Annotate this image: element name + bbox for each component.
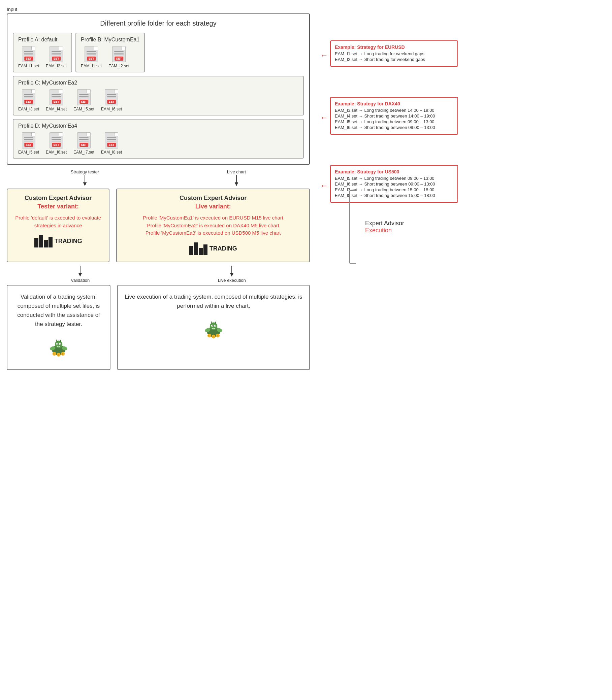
- live-trading-text: TRADING: [209, 245, 237, 252]
- svg-marker-8: [79, 273, 82, 277]
- dax40-line-4: EAM_I6.set → Short trading between 09:00…: [335, 125, 453, 130]
- tester-ea-title: Custom Expert Advisor: [13, 195, 103, 202]
- live-ea-variant: Live variant:: [122, 203, 304, 210]
- tester-ea-box: Custom Expert Advisor Tester variant: Pr…: [7, 188, 110, 262]
- svg-marker-14: [60, 339, 61, 342]
- eurusd-line-1: EAM_I1.set → Long trading for weekend ga…: [335, 51, 453, 56]
- tester-ea-logo: TRADING: [13, 235, 103, 249]
- right-examples: ← Example: Strategy for EURUSD EAM_I1.se…: [320, 13, 458, 206]
- live-ea-line2: Profile 'MyCustomEa2' is executed on DAX…: [147, 223, 279, 228]
- ea-execution-area: Expert Advisor Execution: [349, 188, 404, 266]
- dax40-line-3: EAM_I5.set → Long trading between 09:00 …: [335, 119, 453, 124]
- us500-title: Example: Strategy for US500: [335, 169, 453, 174]
- tester-ea-text: Profile 'default' is executed to evaluat…: [13, 214, 103, 229]
- profile-b-box: Profile B: MyCustomEa1 SET: [75, 33, 145, 72]
- arrow-left-us500: ←: [320, 181, 328, 190]
- connector-validation: Validation: [71, 266, 89, 283]
- validation-text: Validation of a trading system, composed…: [14, 292, 103, 329]
- dax40-example-row: ← Example: Strategy for DAX40 EAM_I3.set…: [320, 97, 458, 138]
- us500-line-2: EAM_I6.set → Short trading between 09:00…: [335, 181, 453, 186]
- file-label: EAM_I8.set: [101, 150, 122, 155]
- tester-trading-text: TRADING: [55, 238, 82, 245]
- eurusd-example-row: ← Example: Strategy for EURUSD EAM_I1.se…: [320, 40, 458, 70]
- profile-c-title: Profile C: MyCustomEa2: [18, 80, 298, 86]
- svg-marker-3: [235, 182, 238, 186]
- svg-point-33: [212, 325, 213, 326]
- live-ea-title: Custom Expert Advisor: [122, 195, 304, 202]
- live-execution-icon: $ $ $: [125, 317, 303, 345]
- input-label: Input: [7, 7, 605, 12]
- file-label: EAM_I5.set: [73, 107, 94, 111]
- svg-marker-30: [214, 321, 217, 324]
- file-item-eam-i5-d: SET EAM_I5.set: [18, 132, 39, 155]
- file-label: EAM_I6.set: [101, 107, 122, 111]
- us500-line-1: EAM_I5.set → Long trading between 09:00 …: [335, 176, 453, 181]
- connector-live-chart: Live chart: [227, 169, 246, 187]
- file-label: EAM_I2.set: [46, 64, 67, 68]
- live-chart-label: Live chart: [227, 169, 246, 174]
- svg-point-34: [215, 325, 216, 326]
- file-item-eam-i6-c: SET EAM_I6.set: [101, 89, 122, 111]
- validation-box: Validation of a trading system, composed…: [7, 285, 110, 370]
- strategy-tester-label: Strategy tester: [71, 169, 99, 174]
- ea-execution-bracket-svg: [349, 190, 362, 264]
- main-input-title: Different profile folder for each strate…: [13, 19, 304, 27]
- profile-a-title: Profile A: default: [18, 37, 67, 43]
- profile-c-box: Profile C: MyCustomEa2 SET: [13, 76, 304, 115]
- svg-point-18: [60, 344, 61, 345]
- profile-b-title: Profile B: MyCustomEa1: [81, 37, 139, 43]
- file-item-eam-i7-d: SET EAM_I7.set: [73, 132, 94, 155]
- connector-strategy-tester: Strategy tester: [71, 169, 99, 187]
- file-item-eam-i1-b: SET EAM_I1.set: [81, 46, 102, 68]
- svg-marker-29: [211, 321, 213, 324]
- file-label: EAM_I7.set: [73, 150, 94, 155]
- ea-execution-red: Execution: [365, 227, 404, 234]
- dax40-title: Example: Strategy for DAX40: [335, 101, 453, 107]
- dax40-example-box: Example: Strategy for DAX40 EAM_I3.set →…: [330, 97, 458, 135]
- live-execution-text: Live execution of a trading system, comp…: [125, 292, 303, 310]
- file-item-eam-i5-c: SET EAM_I5.set: [73, 89, 94, 111]
- profile-d-box: Profile D: MyCustomEa4 SET: [13, 119, 304, 158]
- arrow-left-eurusd: ←: [320, 51, 328, 60]
- file-item-eam-i4-c: SET EAM_I4.set: [46, 89, 67, 111]
- dax40-line-1: EAM_I3.set → Long trading between 14:00 …: [335, 108, 453, 113]
- live-ea-text: Profile 'MyCustomEa1' is executed on EUR…: [122, 214, 304, 237]
- file-label: EAM_I5.set: [18, 150, 39, 155]
- tester-ea-variant: Tester variant:: [13, 203, 103, 210]
- validation-label: Validation: [71, 278, 89, 283]
- file-label: EAM_I6.set: [46, 150, 67, 155]
- eurusd-line-2: EAM_I2.set → Short trading for weekend g…: [335, 57, 453, 62]
- file-label: EAM_I1.set: [81, 64, 102, 68]
- live-execution-label: Live execution: [218, 278, 246, 283]
- live-ea-line1: Profile 'MyCustomEa1' is executed on EUR…: [143, 215, 283, 221]
- dax40-line-2: EAM_I4.set → Short trading between 14:00…: [335, 113, 453, 118]
- file-label: EAM_I2.set: [109, 64, 129, 68]
- validation-icon: $ $ $: [14, 335, 103, 363]
- live-ea-logo: TRADING: [122, 242, 304, 256]
- main-input-box: Different profile folder for each strate…: [7, 13, 310, 165]
- profile-d-title: Profile D: MyCustomEa4: [18, 123, 298, 129]
- live-ea-line3: Profile 'MyCustomEa3' is executed on USD…: [145, 230, 281, 236]
- arrow-left-dax40: ←: [320, 113, 328, 122]
- eurusd-example-box: Example: Strategy for EURUSD EAM_I1.set …: [330, 40, 458, 67]
- file-item-eam-i2-b: SET EAM_I2.set: [109, 46, 129, 68]
- mt-icon-validation: $ $ $: [47, 335, 70, 359]
- profile-a-box: Profile A: default SET: [13, 33, 72, 72]
- file-item-eam-i6-d: SET EAM_I6.set: [46, 132, 67, 155]
- mt-icon-live: $ $ $: [202, 317, 225, 341]
- file-item-eam-i3-c: SET EAM_I3.set: [18, 89, 39, 111]
- connector-live-execution: Live execution: [218, 266, 246, 283]
- eurusd-title: Example: Strategy for EURUSD: [335, 44, 453, 50]
- file-item-eam-i1-a: SET EAM_I1.set: [18, 46, 39, 68]
- svg-point-17: [57, 344, 58, 345]
- live-execution-box: Live execution of a trading system, comp…: [117, 285, 310, 370]
- page-container: Input Different profile folder for each …: [7, 7, 605, 370]
- ea-execution-label: Expert Advisor: [365, 220, 404, 227]
- file-label: EAM_I3.set: [18, 107, 39, 111]
- svg-marker-1: [83, 182, 87, 186]
- svg-marker-13: [56, 339, 58, 342]
- file-label: EAM_I4.set: [46, 107, 67, 111]
- file-item-eam-i2-a: SET EAM_I2.set: [46, 46, 67, 68]
- svg-marker-10: [230, 273, 234, 277]
- file-label: EAM_I1.set: [18, 64, 39, 68]
